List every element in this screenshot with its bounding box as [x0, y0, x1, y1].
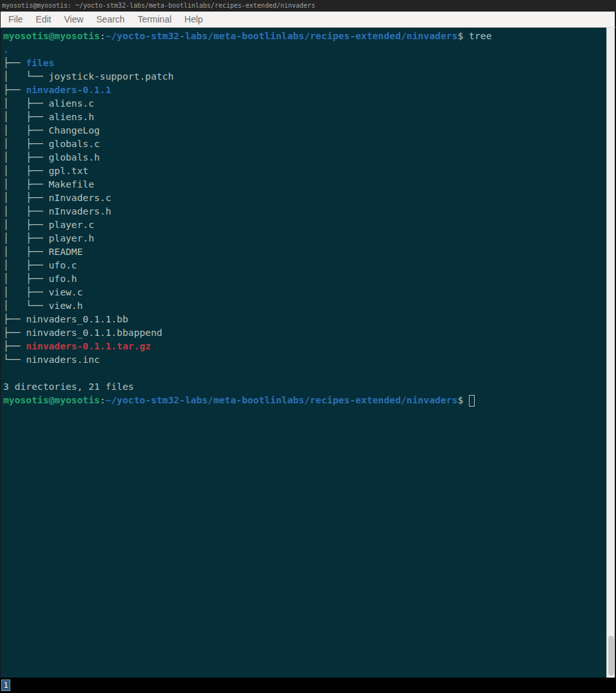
terminal-text-segment: │ ├── [3, 192, 49, 203]
terminal-line: │ ├── ufo.c [3, 258, 604, 272]
terminal-text-segment: │ ├── [3, 98, 49, 109]
terminal-line: │ ├── globals.h [3, 150, 604, 164]
terminal-text-segment: │ ├── [3, 138, 49, 149]
terminal-line: │ ├── aliens.h [3, 110, 604, 123]
terminal-line: 3 directories, 21 files [3, 380, 604, 393]
terminal-text-segment: 3 directories, 21 files [3, 381, 134, 392]
terminal-line: │ └── view.h [3, 299, 604, 312]
terminal-cursor [469, 395, 475, 407]
terminal-text-segment: Makefile [49, 179, 94, 189]
terminal-text-segment: : [100, 394, 105, 405]
window-titlebar[interactable]: myosotis@myosotis: ~/yocto-stm32-labs/me… [0, 0, 616, 12]
terminal-line: ├── ninvaders_0.1.1.bb [3, 312, 604, 326]
terminal-text-segment: ninvaders_0.1.1.bbappend [26, 327, 162, 338]
terminal-line: ├── ninvaders-0.1.1 [3, 83, 604, 96]
window-title: myosotis@myosotis: ~/yocto-stm32-labs/me… [2, 2, 315, 9]
terminal-text-segment: ChangeLog [49, 125, 100, 136]
terminal-line: │ ├── view.c [3, 285, 604, 299]
terminal-text-segment: globals.c [49, 138, 100, 149]
terminal-line: . [3, 42, 604, 56]
terminal-text-segment: : [100, 30, 105, 41]
scrollbar[interactable] [606, 28, 615, 678]
terminal-text-segment: └── [3, 354, 26, 365]
terminal-text-segment: $ [457, 394, 469, 405]
menu-search[interactable]: Search [90, 12, 131, 26]
menu-terminal[interactable]: Terminal [131, 12, 178, 26]
taskbar: 1 [0, 678, 616, 693]
terminal-line: │ └── joystick-support.patch [3, 69, 604, 83]
terminal-text-segment: ├── [3, 327, 26, 338]
terminal-text-segment: ~/yocto-stm32-labs/meta-bootlinlabs/reci… [105, 30, 457, 41]
terminal-text-segment: │ └── [3, 71, 49, 82]
terminal-text-segment: ninvaders_0.1.1.bb [26, 313, 128, 324]
terminal-text-segment: ├── [3, 340, 26, 351]
terminal-text-segment: gpl.txt [49, 165, 89, 176]
terminal-text-segment: │ ├── [3, 246, 49, 257]
terminal-text-segment: ufo.h [49, 273, 77, 284]
terminal-line: │ ├── ufo.h [3, 272, 604, 285]
terminal-text-segment: │ └── [3, 300, 49, 311]
terminal-text-segment: myosotis@myosotis [3, 394, 100, 405]
terminal-line: ├── files [3, 56, 604, 69]
terminal-text-segment: ninvaders-0.1.1.tar.gz [26, 340, 151, 351]
terminal-text-segment: ninvaders-0.1.1 [26, 84, 111, 95]
terminal-text-segment: │ ├── [3, 259, 49, 270]
terminal-line: │ ├── player.h [3, 231, 604, 245]
terminal-text-segment: │ ├── [3, 273, 49, 284]
terminal-text-segment: joystick-support.patch [49, 71, 174, 82]
menubar: File Edit View Search Terminal Help [0, 12, 616, 28]
terminal-line: │ ├── README [3, 245, 604, 258]
terminal-line: myosotis@myosotis:~/yocto-stm32-labs/met… [3, 29, 604, 42]
terminal-line: │ ├── nInvaders.h [3, 204, 604, 218]
terminal-text-segment: globals.h [49, 152, 100, 162]
terminal-text-segment: │ ├── [3, 286, 49, 297]
terminal-text-segment: ufo.c [49, 259, 77, 270]
terminal-text-segment: ~/yocto-stm32-labs/meta-bootlinlabs/reci… [105, 394, 457, 405]
terminal-text-segment: player.c [49, 219, 94, 230]
terminal-text-segment: │ ├── [3, 219, 49, 230]
terminal-line: │ ├── globals.c [3, 137, 604, 150]
terminal-text-segment: ninvaders.inc [26, 354, 100, 365]
terminal-text-segment: │ ├── [3, 179, 49, 189]
terminal-line: │ ├── aliens.c [3, 96, 604, 110]
terminal-line: ├── ninvaders-0.1.1.tar.gz [3, 339, 604, 353]
terminal-text-segment: │ ├── [3, 232, 49, 243]
terminal-text-segment: $ tree [457, 30, 491, 41]
desktop: myosotis@myosotis: ~/yocto-stm32-labs/me… [0, 0, 616, 693]
workspace-badge[interactable]: 1 [1, 680, 10, 691]
terminal-text-segment: ├── [3, 57, 26, 68]
terminal-text-segment: README [49, 246, 83, 257]
terminal-line: │ ├── nInvaders.c [3, 191, 604, 204]
terminal-text-segment: │ ├── [3, 206, 49, 216]
menu-help[interactable]: Help [178, 12, 209, 26]
terminal-line [3, 366, 604, 380]
terminal-line: │ ├── Makefile [3, 177, 604, 191]
terminal-line: └── ninvaders.inc [3, 353, 604, 366]
terminal-line: │ ├── player.c [3, 218, 604, 231]
menu-file[interactable]: File [2, 12, 30, 26]
terminal-text-segment: view.c [49, 286, 83, 297]
terminal-text-segment: myosotis@myosotis [3, 30, 100, 41]
terminal-line: │ ├── gpl.txt [3, 164, 604, 177]
terminal-text-segment: │ ├── [3, 152, 49, 162]
terminal-text-segment: ├── [3, 313, 26, 324]
terminal-text-segment: │ ├── [3, 125, 49, 136]
terminal-text-segment: ├── [3, 84, 26, 95]
terminal-text-segment: . [3, 44, 9, 55]
menu-view[interactable]: View [58, 12, 90, 26]
terminal-line: │ ├── ChangeLog [3, 123, 604, 137]
scrollbar-thumb[interactable] [608, 636, 614, 676]
terminal-text-segment: │ ├── [3, 111, 49, 122]
terminal-text-segment: nInvaders.h [49, 206, 111, 216]
workspace-number: 1 [3, 681, 8, 690]
terminal[interactable]: myosotis@myosotis:~/yocto-stm32-labs/met… [0, 28, 616, 678]
terminal-text-segment: nInvaders.c [49, 192, 111, 203]
terminal-text-segment: files [26, 57, 54, 68]
terminal-output: myosotis@myosotis:~/yocto-stm32-labs/met… [3, 29, 604, 407]
menu-edit[interactable]: Edit [30, 12, 58, 26]
terminal-text-segment: aliens.c [49, 98, 94, 109]
terminal-text-segment: player.h [49, 232, 94, 243]
terminal-text-segment: view.h [49, 300, 83, 311]
terminal-text-segment: aliens.h [49, 111, 94, 122]
terminal-line: myosotis@myosotis:~/yocto-stm32-labs/met… [3, 393, 604, 407]
